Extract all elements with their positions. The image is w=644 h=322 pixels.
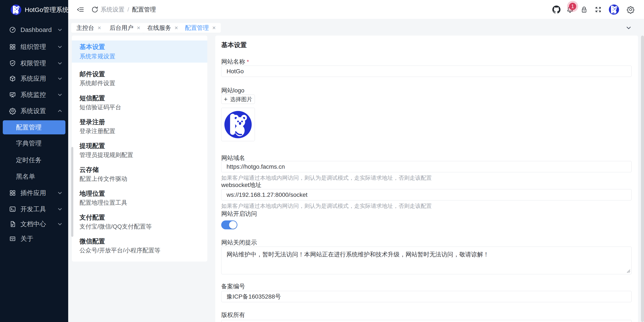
- form-heading: 基本设置: [221, 41, 247, 49]
- settings-nav-panel: 基本设置 系统常规设置 邮件设置 系统邮件设置 短信配置 短信验证码平台 登录注…: [72, 35, 207, 262]
- icp-input[interactable]: [221, 291, 632, 302]
- close-tip-textarea[interactable]: 网站维护中，暂时无法访问！本网站正在进行系统维护和技术升级，网站暂时无法访问，敬…: [221, 247, 632, 274]
- settings-nav-title: 基本设置: [80, 43, 105, 51]
- sidebar-subitem-label: 配置管理: [16, 123, 42, 132]
- sidebar-subitem-config-management[interactable]: 配置管理: [3, 120, 66, 134]
- websocket-input[interactable]: [221, 189, 632, 200]
- sidebar-item-label: 系统监控: [20, 90, 46, 99]
- settings-nav-item-sms[interactable]: 短信配置 短信验证码平台: [72, 93, 207, 114]
- sidebar-subitem-label: 字典管理: [16, 139, 42, 148]
- icp-label: 备案编号: [221, 282, 245, 291]
- tab-close-icon[interactable]: ×: [212, 25, 216, 31]
- breadcrumb: 系统设置 / 配置管理: [100, 0, 156, 19]
- toggle-knob: [229, 221, 237, 229]
- websocket-hint: 如果客户端通过本地或内网访问，则认为是调试模式，走实际请求地址，否则走该配置: [221, 202, 432, 210]
- sidebar-item-label: Dashboard: [20, 26, 52, 33]
- sidebar-item-organization[interactable]: 组织管理: [0, 41, 68, 52]
- sidebar-item-dev-tools[interactable]: 开发工具: [0, 204, 68, 214]
- settings-nav-item-cloud-storage[interactable]: 云存储 配置上传文件驱动: [72, 164, 207, 186]
- sidebar-item-about[interactable]: 关于: [0, 233, 68, 244]
- about-icon: [9, 235, 16, 242]
- grid-icon: [9, 43, 16, 50]
- chevron-down-icon: [58, 44, 62, 49]
- domain-input[interactable]: [221, 161, 632, 172]
- tab-label: 配置管理: [185, 24, 209, 32]
- settings-nav-item-withdraw[interactable]: 提现配置 管理员提现规则配置: [72, 140, 207, 162]
- settings-nav-title: 微信配置: [80, 237, 105, 246]
- sidebar-collapse-icon[interactable]: [76, 5, 84, 14]
- tab-label: 主控台: [76, 24, 94, 32]
- chevron-down-icon: [58, 27, 62, 32]
- settings-nav-title: 邮件设置: [80, 70, 105, 79]
- fullscreen-icon[interactable]: [594, 5, 602, 14]
- monitor-chart-icon: [9, 91, 16, 98]
- settings-nav-title: 支付配置: [80, 213, 105, 222]
- copyright-label: 版权所有: [221, 311, 245, 319]
- websocket-label: websocket地址: [221, 181, 261, 189]
- nav-scrollbar-thumb[interactable]: [71, 147, 73, 237]
- copyright-input[interactable]: [221, 320, 632, 322]
- site-access-toggle[interactable]: [221, 220, 238, 229]
- github-icon[interactable]: [552, 5, 560, 14]
- sidebar-item-dashboard[interactable]: Dashboard: [0, 24, 68, 35]
- required-asterisk: *: [247, 58, 249, 65]
- tabbar-chevron-down-icon[interactable]: [625, 24, 632, 32]
- tab-dashboard[interactable]: 主控台 ×: [71, 23, 106, 33]
- terminal-icon: [9, 206, 16, 213]
- app-root: HotGo管理系统 Dashboard 组织管理 权限管理 系统应用 系统监控: [0, 0, 644, 322]
- settings-gear-icon[interactable]: [626, 5, 634, 14]
- label-text: 网站名称: [221, 58, 245, 65]
- settings-nav-item-email[interactable]: 邮件设置 系统邮件设置: [72, 69, 207, 90]
- site-name-label: 网站名称*: [221, 58, 249, 66]
- sidebar-item-docs[interactable]: 文档中心: [0, 219, 68, 229]
- sidebar-item-permissions[interactable]: 权限管理: [0, 58, 68, 69]
- settings-nav-item-basic[interactable]: 基本设置 系统常规设置: [72, 40, 207, 63]
- tab-admin-users[interactable]: 后台用户 ×: [104, 23, 145, 33]
- button-label: 选择图片: [230, 96, 252, 103]
- settings-nav-item-login[interactable]: 登录注册 登录注册配置: [72, 116, 207, 138]
- breadcrumb-section[interactable]: 系统设置: [100, 5, 124, 14]
- tab-config-management[interactable]: 配置管理 ×: [180, 23, 221, 33]
- lock-icon[interactable]: [580, 5, 588, 14]
- site-logo-preview[interactable]: [221, 108, 255, 141]
- chevron-down-icon: [58, 191, 62, 195]
- tab-label: 在线服务: [147, 24, 171, 32]
- settings-nav-subtitle: 短信验证码平台: [80, 103, 121, 111]
- sidebar-item-label: 系统设置: [20, 107, 46, 115]
- app-logo-row[interactable]: HotGo管理系统: [0, 0, 68, 19]
- sidebar-item-plugins[interactable]: 插件应用: [0, 188, 68, 198]
- settings-nav-item-wechat[interactable]: 微信配置 公众号/开放平台/小程序配置等: [72, 236, 207, 257]
- tab-label: 后台用户: [110, 24, 134, 32]
- settings-nav-subtitle: 配置上传文件驱动: [80, 175, 127, 183]
- sidebar-item-system-settings[interactable]: 系统设置: [0, 106, 68, 116]
- settings-nav-subtitle: 管理员提现规则配置: [80, 151, 133, 159]
- tab-online-service[interactable]: 在线服务 ×: [142, 23, 183, 33]
- settings-nav-subtitle: 登录注册配置: [80, 127, 115, 135]
- sidebar-item-label: 文档中心: [20, 220, 46, 229]
- settings-nav-subtitle: 公众号/开放平台/小程序配置等: [80, 246, 160, 255]
- sidebar-item-system-apps[interactable]: 系统应用: [0, 73, 68, 84]
- sidebar-subitem-dictionary[interactable]: 字典管理: [0, 138, 68, 149]
- choose-image-button[interactable]: + 选择图片: [221, 95, 255, 104]
- sidebar-subitem-blacklist[interactable]: 黑名单: [0, 171, 68, 182]
- content-scrollbar[interactable]: [641, 35, 644, 322]
- settings-nav-item-geolocation[interactable]: 地理位置 配置地理位置工具: [72, 188, 207, 209]
- site-logo-label: 网站logo: [221, 86, 244, 95]
- sidebar-item-monitoring[interactable]: 系统监控: [0, 89, 68, 100]
- tab-close-icon[interactable]: ×: [98, 25, 101, 31]
- settings-nav-subtitle: 系统常规设置: [80, 52, 115, 60]
- refresh-icon[interactable]: [91, 5, 99, 14]
- settings-nav-subtitle: 支付宝/微信/QQ支付配置等: [80, 223, 152, 231]
- tab-close-icon[interactable]: ×: [137, 25, 140, 31]
- breadcrumb-page: 配置管理: [132, 5, 156, 14]
- tabbar: 主控台 × 后台用户 × 在线服务 × 配置管理 ×: [68, 19, 644, 35]
- sidebar-subitem-scheduled-tasks[interactable]: 定时任务: [0, 155, 68, 165]
- cube-icon: [9, 75, 16, 82]
- chevron-down-icon: [58, 61, 62, 66]
- site-name-input[interactable]: [221, 66, 632, 77]
- settings-nav-item-payment[interactable]: 支付配置 支付宝/微信/QQ支付配置等: [72, 212, 207, 233]
- tab-close-icon[interactable]: ×: [174, 25, 178, 31]
- document-icon: [9, 220, 16, 228]
- close-tip-field: 网站维护中，暂时无法访问！本网站正在进行系统维护和技术升级，网站暂时无法访问，敬…: [221, 247, 632, 274]
- user-avatar[interactable]: [609, 4, 619, 15]
